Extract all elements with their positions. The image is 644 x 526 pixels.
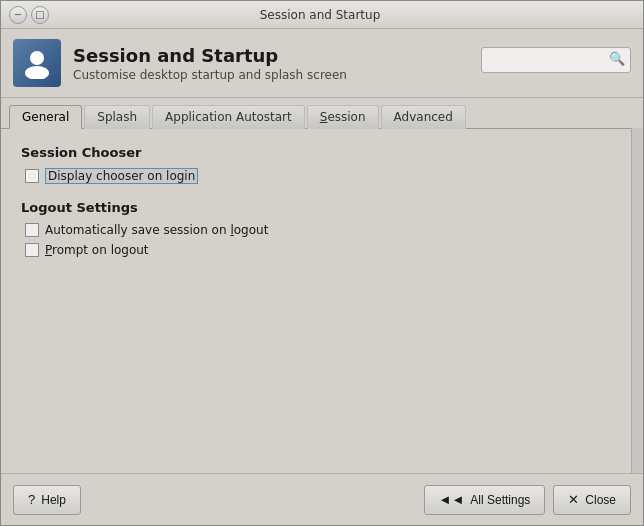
- all-settings-icon: ◄◄: [439, 492, 465, 507]
- session-chooser-section: Session Chooser Display chooser on login: [21, 145, 611, 184]
- help-icon: ?: [28, 492, 35, 507]
- titlebar-controls: − □: [9, 6, 49, 24]
- tab-splash[interactable]: Splash: [84, 105, 150, 129]
- tab-general[interactable]: General: [9, 105, 82, 129]
- logout-settings-title: Logout Settings: [21, 200, 611, 215]
- footer-left: ? Help: [13, 485, 81, 515]
- content-area: Session Chooser Display chooser on login…: [1, 128, 631, 473]
- close-label: Close: [585, 493, 616, 507]
- scrollbar[interactable]: [631, 128, 643, 473]
- display-chooser-label: Display chooser on login: [45, 168, 198, 184]
- search-wrapper: 🔍: [481, 43, 631, 73]
- close-button[interactable]: ✕ Close: [553, 485, 631, 515]
- auto-save-checkbox[interactable]: [25, 223, 39, 237]
- main-window: − □ Session and Startup Session and Star…: [0, 0, 644, 526]
- all-settings-label: All Settings: [470, 493, 530, 507]
- help-button[interactable]: ? Help: [13, 485, 81, 515]
- all-settings-button[interactable]: ◄◄ All Settings: [424, 485, 546, 515]
- footer-right: ◄◄ All Settings ✕ Close: [424, 485, 631, 515]
- tab-autostart[interactable]: Application Autostart: [152, 105, 305, 129]
- svg-point-0: [30, 51, 44, 65]
- app-subtitle: Customise desktop startup and splash scr…: [73, 68, 469, 82]
- footer: ? Help ◄◄ All Settings ✕ Close: [1, 473, 643, 525]
- display-chooser-row: Display chooser on login: [25, 168, 611, 184]
- tabs-bar: General Splash Application Autostart Ses…: [1, 98, 643, 128]
- header-text: Session and Startup Customise desktop st…: [73, 44, 469, 81]
- content-container: Session Chooser Display chooser on login…: [1, 128, 643, 473]
- app-header: Session and Startup Customise desktop st…: [1, 29, 643, 98]
- display-chooser-checkbox[interactable]: [25, 169, 39, 183]
- app-title: Session and Startup: [73, 44, 469, 67]
- prompt-logout-label: Prompt on logout: [45, 243, 149, 257]
- logout-settings-section: Logout Settings Automatically save sessi…: [21, 200, 611, 257]
- prompt-logout-row: Prompt on logout: [25, 243, 611, 257]
- svg-point-1: [25, 66, 49, 79]
- app-icon: [13, 39, 61, 87]
- auto-save-row: Automatically save session on logout: [25, 223, 611, 237]
- tab-session[interactable]: Session: [307, 105, 379, 129]
- minimize-button[interactable]: −: [9, 6, 27, 24]
- titlebar: − □ Session and Startup: [1, 1, 643, 29]
- user-icon: [21, 47, 53, 79]
- window-title: Session and Startup: [49, 8, 591, 22]
- close-icon: ✕: [568, 492, 579, 507]
- tab-advanced[interactable]: Advanced: [381, 105, 466, 129]
- auto-save-label: Automatically save session on logout: [45, 223, 268, 237]
- help-label: Help: [41, 493, 66, 507]
- session-chooser-title: Session Chooser: [21, 145, 611, 160]
- maximize-button[interactable]: □: [31, 6, 49, 24]
- prompt-logout-checkbox[interactable]: [25, 243, 39, 257]
- search-input[interactable]: [481, 47, 631, 73]
